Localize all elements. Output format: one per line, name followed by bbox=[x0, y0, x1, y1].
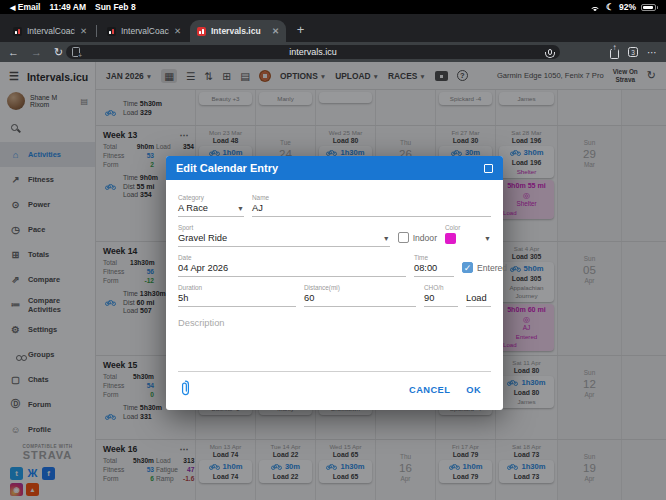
sport-field[interactable]: Sport Gravel Ride▼ bbox=[178, 224, 390, 247]
battery-icon bbox=[641, 4, 656, 11]
chevron-down-icon: ▼ bbox=[484, 235, 491, 242]
browser-menu-button[interactable]: ⋯ bbox=[647, 47, 658, 58]
new-tab-button[interactable]: + bbox=[292, 22, 309, 39]
time-field[interactable]: Time 08:00 bbox=[414, 254, 454, 277]
paperclip-icon bbox=[180, 380, 191, 396]
tab-title: IntervalCoach bbox=[121, 26, 169, 36]
description-field[interactable]: Description bbox=[178, 316, 491, 372]
maximize-icon[interactable] bbox=[484, 164, 493, 173]
battery-percent: 92% bbox=[619, 2, 636, 12]
tab-title: IntervalCoach bbox=[27, 26, 75, 36]
back-button[interactable]: ← bbox=[8, 46, 19, 58]
close-tab-icon[interactable]: ✕ bbox=[174, 26, 181, 36]
color-swatch[interactable] bbox=[445, 233, 456, 244]
share-icon[interactable] bbox=[610, 49, 619, 59]
tab-separator bbox=[96, 25, 97, 37]
browser-url-bar: ← → ↻ intervals.icu 3 ⋯ bbox=[0, 42, 666, 62]
status-bar: ◀ Email 11:49 AM Sun Feb 8 ☾ 92% bbox=[0, 0, 666, 14]
checkbox-icon bbox=[398, 232, 409, 243]
reload-button[interactable]: ↻ bbox=[54, 46, 63, 59]
name-field[interactable]: Name AJ bbox=[252, 194, 491, 217]
chevron-down-icon: ▼ bbox=[383, 235, 390, 242]
browser-tab[interactable]: IntervalCoach✕ bbox=[100, 20, 188, 42]
forward-button[interactable]: → bbox=[31, 46, 42, 58]
color-field[interactable]: Color ▼ bbox=[445, 224, 491, 247]
browser-tab[interactable]: Intervals.icu✕ bbox=[190, 20, 286, 42]
status-date: Sun Feb 8 bbox=[95, 2, 136, 12]
moon-icon: ☾ bbox=[606, 3, 614, 11]
duration-field[interactable]: Duration 5h bbox=[178, 284, 296, 307]
indoor-checkbox[interactable]: Indoor bbox=[398, 224, 437, 247]
back-triangle-icon: ◀ bbox=[10, 4, 15, 11]
entered-checkbox[interactable]: ✓ Entered bbox=[462, 254, 507, 277]
status-time: 11:49 AM bbox=[49, 2, 86, 12]
tab-favicon bbox=[107, 27, 116, 36]
tab-favicon bbox=[197, 27, 206, 36]
wifi-icon bbox=[589, 3, 601, 11]
edit-calendar-entry-modal: Edit Calendar Entry Category A Race▼ Nam… bbox=[166, 156, 503, 410]
ok-button[interactable]: OK bbox=[458, 381, 489, 399]
page-info-icon[interactable] bbox=[72, 47, 80, 57]
load-field[interactable]: Load bbox=[466, 284, 491, 307]
mic-icon[interactable] bbox=[548, 49, 552, 55]
close-tab-icon[interactable]: ✕ bbox=[272, 26, 279, 36]
category-field[interactable]: Category A Race▼ bbox=[178, 194, 244, 217]
tab-title: Intervals.icu bbox=[211, 26, 261, 36]
screen: ◀ Email 11:49 AM Sun Feb 8 ☾ 92% Interva… bbox=[0, 0, 666, 500]
close-tab-icon[interactable]: ✕ bbox=[80, 26, 87, 36]
chevron-down-icon: ▼ bbox=[237, 205, 244, 212]
browser-tab-bar: IntervalCoach✕IntervalCoach✕Intervals.ic… bbox=[0, 14, 666, 42]
back-to-app-button[interactable]: ◀ Email bbox=[10, 2, 40, 12]
cancel-button[interactable]: CANCEL bbox=[401, 381, 458, 399]
date-field[interactable]: Date 04 Apr 2026 bbox=[178, 254, 406, 277]
distance-field[interactable]: Distance(mi) 60 bbox=[304, 284, 416, 307]
browser-tab[interactable]: IntervalCoach✕ bbox=[6, 20, 94, 42]
checkbox-checked-icon: ✓ bbox=[462, 262, 473, 273]
tab-favicon bbox=[13, 27, 22, 36]
modal-title: Edit Calendar Entry bbox=[176, 162, 278, 174]
modal-header: Edit Calendar Entry bbox=[166, 156, 503, 180]
cho-field[interactable]: CHO/h 90 bbox=[424, 284, 458, 307]
address-bar[interactable]: intervals.icu bbox=[66, 45, 560, 59]
url-text: intervals.icu bbox=[80, 47, 546, 57]
attachment-button[interactable] bbox=[180, 380, 191, 400]
tab-count-button[interactable]: 3 bbox=[628, 47, 638, 57]
